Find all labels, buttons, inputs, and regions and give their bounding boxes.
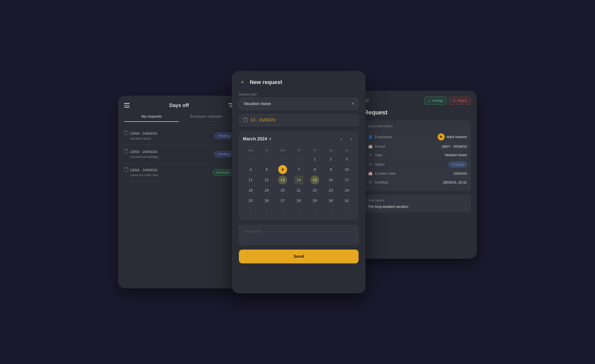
detail-top-bar: ✓ Accept ✕ Reject (364, 97, 471, 105)
action-buttons: ✓ Accept ✕ Reject (424, 97, 471, 105)
close-button[interactable]: × (239, 79, 246, 86)
status-badge: Accepted (213, 169, 233, 175)
calendar: March 2024 ▾ ‹ › Mo Tu We Th Fr Sa Su 26 (239, 131, 359, 220)
calendar-day[interactable]: 10 (343, 165, 351, 174)
creation-date-icon: 📅 (368, 171, 372, 175)
calendar-day-in-range[interactable]: 14 (294, 175, 303, 184)
type-value: Vacation leave (444, 153, 467, 157)
calendar-day[interactable]: 2 (262, 207, 271, 215)
calendar-grid: Mo Tu We Th Fr Sa Su 26 27 28 29 1 2 3 4… (243, 147, 355, 216)
request-type-value: Vacation leave (244, 101, 271, 106)
calendar-day[interactable]: 7 (294, 165, 303, 174)
calendar-day-today[interactable]: 6 (278, 165, 287, 174)
month-chevron-icon: ▾ (269, 136, 271, 142)
calendar-day[interactable]: 29 (310, 196, 319, 205)
request-type-select[interactable]: Vacation leave ▾ (239, 98, 359, 110)
calendar-day[interactable]: 5 (310, 207, 319, 215)
modal-header: × New request (239, 79, 359, 86)
request-date-value: 23/04 - 24/04/24 (130, 131, 157, 135)
calendar-day-selected-start[interactable]: 13 (278, 175, 287, 184)
status-badge: Pending (449, 162, 467, 167)
next-month-button[interactable]: › (348, 136, 355, 143)
list-item[interactable]: 23/04 - 24/04/24 Vacation leave Pending (124, 127, 233, 145)
calendar-day[interactable]: 21 (294, 186, 303, 195)
calendar-day[interactable]: 8 (310, 165, 319, 174)
calendar-day[interactable]: 30 (326, 196, 335, 205)
calendar-day[interactable]: 26 (246, 155, 255, 164)
panel-days-off: Days off My requests Employee requests 2… (118, 96, 239, 288)
calendar-day[interactable]: 27 (262, 155, 271, 164)
request-list: 23/04 - 24/04/24 Vacation leave Pending … (124, 127, 233, 182)
hamburger-menu-icon[interactable] (124, 103, 130, 107)
calendar-day[interactable]: 1 (246, 207, 255, 215)
calendar-day[interactable]: 31 (343, 196, 351, 205)
description-section: Description The long-awaited vacation (364, 194, 471, 213)
calendar-day[interactable]: 17 (343, 175, 351, 184)
calendar-day[interactable]: 26 (262, 196, 271, 205)
panel-new-request: × New request Request type* Vacation lea… (232, 71, 366, 293)
calendar-day[interactable]: 29 (294, 155, 303, 164)
calendar-day[interactable]: 6 (326, 207, 335, 215)
panel-request-detail: ✓ Accept ✕ Reject Request Basic informat… (358, 91, 477, 259)
modified-key-label: Modified (375, 180, 388, 184)
calendar-day[interactable]: 12 (262, 175, 271, 184)
accept-button[interactable]: ✓ Accept (424, 97, 447, 105)
calendar-icon (124, 168, 128, 172)
detail-section-title: Request (364, 109, 471, 116)
calendar-day[interactable]: 27 (278, 196, 287, 205)
info-row-creation-date: 📅 Creation date 15/03/24 (368, 170, 467, 178)
creation-date-value: 15/03/24 (454, 171, 467, 175)
calendar-day[interactable]: 24 (343, 186, 351, 195)
tab-my-requests[interactable]: My requests (124, 114, 179, 122)
description-field[interactable]: Description (239, 225, 359, 245)
info-row-employees: 👤 Employees M Mark Newton (368, 131, 467, 143)
month-title: March 2024 (243, 136, 267, 142)
type-key-label: Type (375, 153, 382, 157)
weekday-header: Mo (243, 147, 258, 154)
calendar-day[interactable]: 11 (246, 175, 255, 184)
calendar-day[interactable]: 16 (326, 175, 335, 184)
employees-key-label: Employees (375, 135, 392, 139)
calendar-day[interactable]: 9 (326, 165, 335, 174)
status-icon: ⚙ (368, 162, 372, 166)
calendar-day[interactable]: 7 (343, 207, 351, 215)
reject-x-icon: ✕ (453, 99, 456, 103)
calendar-day[interactable]: 28 (278, 155, 287, 164)
employee-name: Mark Newton (447, 135, 467, 139)
request-date-value: 23/04 - 24/04/24 (130, 168, 157, 172)
request-type-label: Request type* (239, 93, 359, 96)
prev-month-button[interactable]: ‹ (338, 136, 345, 143)
reject-label: Reject (457, 99, 467, 103)
calendar-day-selected-end[interactable]: 15 (310, 175, 319, 184)
calendar-day[interactable]: 1 (310, 155, 319, 164)
calendar-day[interactable]: 19 (262, 186, 271, 195)
calendar-day[interactable]: 20 (278, 186, 287, 195)
status-badge: Pending (214, 151, 233, 157)
month-selector[interactable]: March 2024 ▾ (243, 136, 271, 142)
list-item[interactable]: 23/04 - 24/04/24 Occasional holidays Pen… (124, 145, 233, 163)
calendar-day[interactable]: 22 (310, 186, 319, 195)
reject-button[interactable]: ✕ Reject (449, 97, 471, 105)
calendar-day[interactable]: 18 (246, 186, 255, 195)
description-placeholder: Description (244, 229, 262, 233)
list-item[interactable]: 23/04 - 24/04/24 Leave for child care Ac… (124, 163, 233, 182)
date-range-field[interactable]: 13 - 15/03/24 (239, 114, 359, 126)
person-icon: 👤 (368, 135, 372, 139)
calendar-icon (124, 150, 128, 153)
modal-title: New request (250, 79, 282, 86)
calendar-day[interactable]: 2 (326, 155, 335, 164)
calendar-day[interactable]: 4 (294, 207, 303, 215)
calendar-day[interactable]: 3 (343, 155, 351, 164)
calendar-day[interactable]: 25 (246, 196, 255, 205)
calendar-day[interactable]: 28 (294, 196, 303, 205)
description-text: The long-awaited vacation (368, 205, 467, 209)
weekday-header: Th (291, 147, 307, 154)
basic-info-section: Basic information 👤 Employees M Mark New… (364, 120, 471, 191)
calendar-day[interactable]: 5 (262, 165, 271, 174)
tab-employee-requests[interactable]: Employee requests (179, 114, 233, 122)
send-button[interactable]: Send (239, 250, 359, 263)
type-icon: ⊙ (368, 153, 372, 157)
calendar-day[interactable]: 4 (246, 165, 255, 174)
calendar-day[interactable]: 23 (326, 186, 335, 195)
calendar-day[interactable]: 3 (278, 207, 287, 215)
